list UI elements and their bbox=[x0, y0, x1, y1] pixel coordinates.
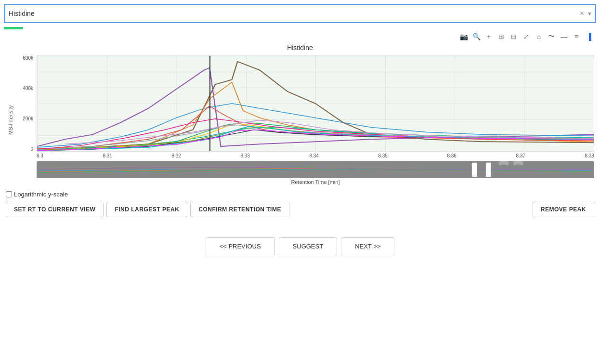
zoom-out-icon[interactable]: ⊟ bbox=[509, 31, 519, 42]
chart-inner: 600k 400k 200k 0 bbox=[13, 55, 594, 185]
search-bar[interactable]: Histidine × ▾ bbox=[4, 4, 596, 23]
y-tick-0: 0 bbox=[15, 146, 33, 152]
home-icon[interactable]: ⌂ bbox=[534, 31, 544, 42]
set-rt-button[interactable]: SET RT TO CURRENT VIEW bbox=[6, 202, 104, 217]
suggest-button[interactable]: SUGGEST bbox=[279, 237, 338, 255]
overview-handle-left[interactable] bbox=[471, 162, 477, 177]
zoom-in-icon[interactable]: ⊞ bbox=[496, 31, 507, 42]
log-scale-checkbox[interactable] bbox=[6, 191, 12, 197]
chart-container: Histidine MS-Intensity 600k 400k 200k 0 bbox=[6, 44, 594, 185]
camera-icon[interactable]: 📷 bbox=[458, 31, 469, 42]
x-tick-2: 8.31 bbox=[103, 153, 112, 158]
y-tick-200k: 200k bbox=[15, 116, 33, 121]
plus-icon[interactable]: ＋ bbox=[483, 31, 494, 42]
remove-peak-button[interactable]: REMOVE PEAK bbox=[533, 202, 594, 217]
x-tick-9: 8.38 bbox=[585, 153, 594, 158]
line-icon[interactable]: — bbox=[559, 31, 569, 42]
x-tick-1: 8.3 bbox=[37, 153, 43, 158]
list-icon[interactable]: ≡ bbox=[571, 31, 582, 42]
log-scale-label: Logarithmic y-scale bbox=[14, 191, 68, 198]
overview-handle-right[interactable] bbox=[485, 162, 491, 177]
overview-bar[interactable] bbox=[37, 161, 594, 178]
x-axis-label: Retention Time [min] bbox=[37, 179, 594, 185]
nav-buttons: << PREVIOUS SUGGEST NEXT >> bbox=[0, 223, 600, 265]
next-button[interactable]: NEXT >> bbox=[341, 237, 394, 255]
x-tick-7: 8.36 bbox=[447, 153, 456, 158]
chart-title: Histidine bbox=[6, 44, 594, 52]
x-tick-6: 8.35 bbox=[378, 153, 387, 158]
x-axis-ticks: 8.3 8.31 8.32 8.33 8.34 8.35 8.36 8.37 8… bbox=[37, 152, 594, 158]
chart-toolbar: 📷 🔍 ＋ ⊞ ⊟ ⤢ ⌂ 〜 — ≡ ▐ bbox=[0, 29, 600, 44]
chart-svg bbox=[37, 56, 594, 151]
y-axis-label: MS-Intensity bbox=[6, 55, 13, 185]
overview-svg bbox=[37, 161, 594, 178]
zoom-icon[interactable]: 🔍 bbox=[471, 31, 482, 42]
close-icon[interactable]: × bbox=[580, 9, 584, 18]
chart-plot[interactable] bbox=[37, 55, 594, 152]
spline-icon[interactable]: 〜 bbox=[546, 31, 557, 42]
controls-row: Logarithmic y-scale bbox=[0, 185, 600, 202]
action-buttons: SET RT TO CURRENT VIEW FIND LARGEST PEAK… bbox=[0, 202, 600, 223]
confirm-rt-button[interactable]: CONFIRM RETENTION TIME bbox=[190, 202, 289, 217]
search-value: Histidine bbox=[9, 10, 580, 17]
x-tick-5: 8.34 bbox=[309, 153, 318, 158]
x-tick-3: 8.32 bbox=[171, 153, 181, 158]
y-tick-400k: 400k bbox=[15, 86, 33, 91]
y-tick-600k: 600k bbox=[15, 55, 33, 61]
bar-chart-icon[interactable]: ▐ bbox=[584, 31, 594, 42]
chevron-down-icon[interactable]: ▾ bbox=[588, 10, 591, 17]
log-scale-checkbox-label[interactable]: Logarithmic y-scale bbox=[6, 191, 68, 198]
autoscale-icon[interactable]: ⤢ bbox=[521, 31, 532, 42]
find-peak-button[interactable]: FIND LARGEST PEAK bbox=[106, 202, 187, 217]
cursor-line bbox=[209, 56, 210, 151]
x-tick-4: 8.33 bbox=[240, 153, 249, 158]
x-tick-8: 8.37 bbox=[516, 153, 525, 158]
previous-button[interactable]: << PREVIOUS bbox=[206, 237, 275, 255]
